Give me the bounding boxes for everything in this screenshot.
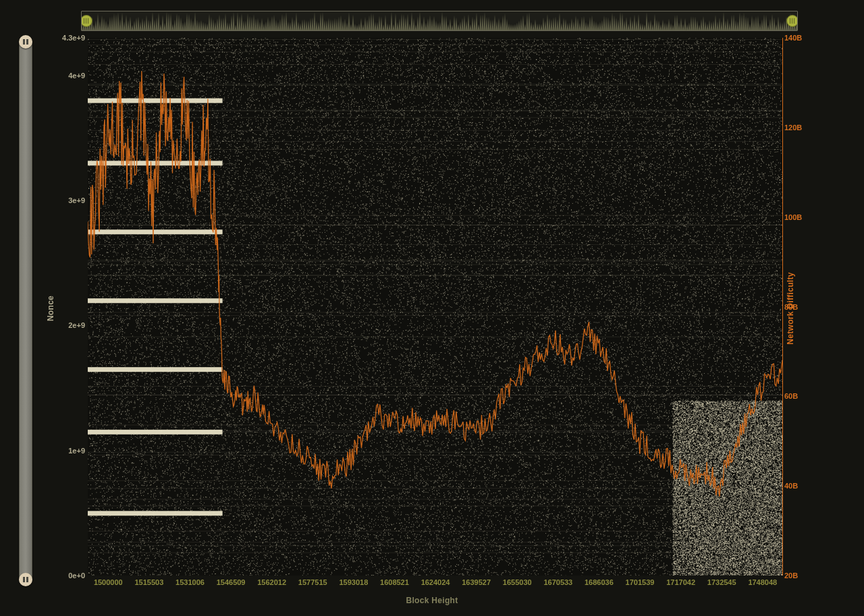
x-axis-ticks: 1500000151550315310061546509156201215775… — [88, 578, 783, 589]
y-axis-right-ticks: 20B40B60B80B100B120B140B — [784, 38, 807, 576]
difficulty-line-layer — [88, 38, 783, 576]
brush-handle-right[interactable] — [786, 15, 798, 27]
x-tick: 1577515 — [292, 578, 333, 589]
y-left-tick: 1e+9 — [68, 447, 85, 455]
y-right-tick: 80B — [784, 303, 798, 311]
plot-area[interactable] — [88, 38, 783, 576]
y-left-tick: 2e+9 — [68, 321, 85, 329]
x-tick: 1593018 — [333, 578, 375, 589]
y-left-tick: 3e+9 — [68, 196, 85, 204]
y-left-tick: 4e+9 — [68, 72, 85, 80]
x-tick: 1531006 — [169, 578, 211, 589]
chart-root: Nonce Network Difficulty Block Height 0e… — [0, 0, 864, 616]
x-tick: 1686036 — [578, 578, 620, 589]
y-axis-left-ticks: 0e+01e+92e+93e+94e+94.3e+9 — [61, 38, 85, 576]
y-right-tick: 20B — [784, 571, 798, 580]
y-left-tick: 4.3e+9 — [62, 34, 85, 42]
x-tick: 1701539 — [620, 578, 661, 589]
x-tick: 1608521 — [374, 578, 415, 589]
y-right-tick: 100B — [784, 213, 802, 221]
y-right-tick: 60B — [784, 392, 798, 400]
x-tick: 1670533 — [538, 578, 579, 589]
x-tick: 1717042 — [660, 578, 701, 589]
overview-sparkline — [82, 11, 797, 30]
y-left-tick: 0e+0 — [68, 571, 85, 580]
x-tick: 1639527 — [456, 578, 497, 589]
x-axis-title: Block Height — [406, 596, 458, 605]
y-right-tick: 40B — [784, 482, 798, 490]
scrollbar-handle-top[interactable] — [19, 35, 32, 49]
x-tick: 1515503 — [129, 578, 170, 589]
scrollbar-handle-bottom[interactable] — [19, 573, 32, 586]
vertical-range-scrollbar[interactable] — [19, 36, 32, 585]
x-tick: 1546509 — [211, 578, 252, 589]
x-tick: 1624024 — [415, 578, 456, 589]
range-brush[interactable] — [81, 11, 798, 31]
x-tick: 1748048 — [742, 578, 784, 589]
y-axis-left-title: Nonce — [46, 295, 55, 320]
x-tick: 1655030 — [497, 578, 538, 589]
x-tick: 1732545 — [701, 578, 742, 589]
y-right-tick: 120B — [784, 123, 802, 132]
y-right-tick: 140B — [784, 34, 802, 42]
x-tick: 1500000 — [88, 578, 129, 589]
x-tick: 1562012 — [251, 578, 292, 589]
